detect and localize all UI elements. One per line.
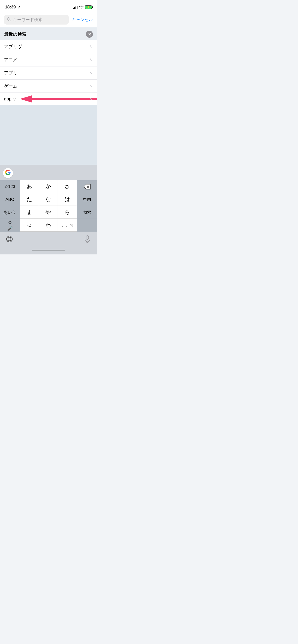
kana-grid-row1: あ か さ [20,180,77,193]
search-bar-container: キーワード検索 キャンセル [0,12,97,27]
signal-bars [73,6,77,9]
kana-key-punct[interactable]: 、。?! [58,219,77,232]
section-title: 最近の検索 [4,31,26,37]
search-list: アプリヴ ↖ アニメ ↖ アプリ ↖ ゲーム ↖ appliv ↖ [0,40,97,105]
location-icon: ↗ [18,5,21,9]
keyboard-row-3: あいう ま や ら 検索 [0,206,97,219]
keyboard-main: ☆123 あ か さ ABC た な は 空白 [0,180,97,232]
svg-marker-2 [20,95,97,103]
keyboard-bottom [0,232,97,246]
search-item-text: アプリヴ [4,44,22,50]
kana-key-wa[interactable]: わ [39,219,58,232]
recent-searches-header: 最近の検索 ✕ [0,27,97,40]
globe-button[interactable] [4,234,15,244]
kana-key-ma[interactable]: ま [20,206,39,219]
signal-bar-3 [75,6,76,9]
search-item-1[interactable]: アプリヴ ↖ [0,40,97,53]
status-icons: ⚡ [73,5,92,10]
signal-bar-4 [77,6,77,9]
key-abc[interactable]: ABC [0,193,20,206]
clear-recent-button[interactable]: ✕ [86,31,93,38]
search-item-3[interactable]: アプリ ↖ [0,66,97,80]
search-item-5[interactable]: appliv ↖ [0,93,97,105]
key-search[interactable]: 検索 [77,206,97,219]
keyboard-area: ☆123 あ か さ ABC た な は 空白 [0,165,97,246]
kana-key-na[interactable]: な [39,193,58,206]
wifi-icon [79,5,83,10]
cancel-button[interactable]: キャンセル [72,17,93,22]
search-placeholder: キーワード検索 [13,17,43,22]
kana-grid-row2: た な は [20,193,77,206]
keyboard-row-1: ☆123 あ か さ [0,180,97,193]
search-item-text: アプリ [4,70,17,76]
google-g [5,169,11,177]
kana-key-sa[interactable]: さ [58,180,77,193]
key-aiueo[interactable]: あいう [0,206,20,219]
kana-key-emoji[interactable]: ☺ [20,219,39,232]
svg-rect-10 [86,236,89,240]
key-delete[interactable] [77,180,97,193]
red-arrow-annotation [20,95,97,103]
keyboard-row-4: ⚙ 🎤 ☺ わ 、。?! [0,219,97,232]
arrow-up-left-icon: ↖ [89,57,93,62]
search-item-2[interactable]: アニメ ↖ [0,53,97,66]
search-item-text: appliv [4,96,16,102]
home-indicator [0,246,97,254]
search-item-text: アニメ [4,57,17,63]
arrow-up-left-icon: ↖ [89,83,93,89]
google-bar [0,167,97,180]
search-item-4[interactable]: ゲーム ↖ [0,80,97,93]
kana-key-a[interactable]: あ [20,180,39,193]
status-bar: 18:39 ↗ ⚡ [0,0,97,12]
kana-key-ka[interactable]: か [39,180,58,193]
key-empty-right [77,219,97,232]
kana-grid-row4: ☺ わ 、。?! [20,219,77,232]
svg-line-1 [10,20,11,21]
home-bar [32,250,65,251]
signal-bar-1 [73,8,74,9]
kana-key-ya[interactable]: や [39,206,58,219]
google-logo [3,168,13,178]
keyboard-row-2: ABC た な は 空白 [0,193,97,206]
search-input-wrapper[interactable]: キーワード検索 [4,15,69,24]
key-space[interactable]: 空白 [77,193,97,206]
mic-icon: 🎤 [7,226,13,231]
kana-key-ra[interactable]: ら [58,206,77,219]
kana-grid-row3: ま や ら [20,206,77,219]
empty-area [0,105,97,165]
mic-right-button[interactable] [82,234,93,244]
gear-icon: ⚙ [8,220,12,225]
arrow-up-left-icon: ↖ [89,44,93,49]
arrow-up-left-icon: ↖ [89,96,93,102]
status-time: 18:39 ↗ [5,5,21,10]
arrow-up-left-icon: ↖ [89,70,93,76]
kana-key-ha[interactable]: は [58,193,77,206]
search-icon [7,17,11,22]
search-item-text: ゲーム [4,83,17,89]
kana-key-ta[interactable]: た [20,193,39,206]
battery-bolt: ⚡ [87,6,90,8]
key-gear-mic[interactable]: ⚙ 🎤 [0,219,20,232]
signal-bar-2 [74,7,75,9]
battery-icon: ⚡ [85,6,92,9]
key-symbols[interactable]: ☆123 [0,180,20,193]
